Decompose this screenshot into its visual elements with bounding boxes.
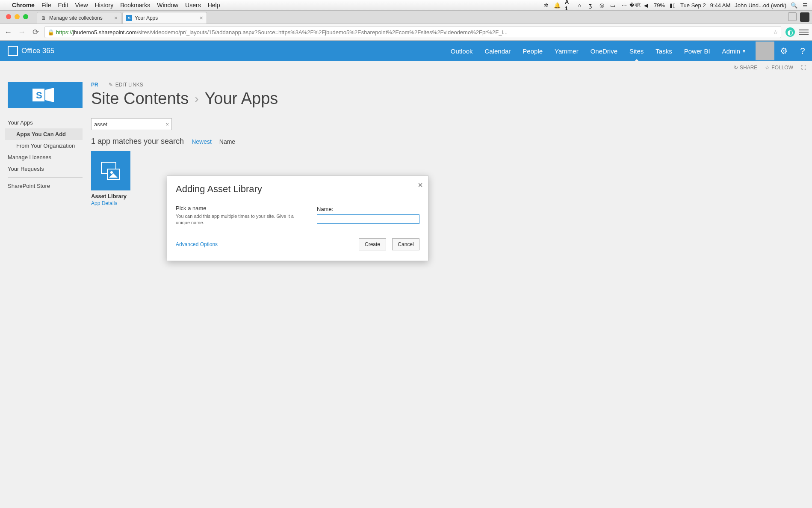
office-brand-text: Office 365 (21, 47, 54, 55)
user-avatar[interactable] (756, 42, 774, 60)
chevron-right-icon: › (195, 92, 198, 106)
spotlight-icon[interactable]: 🔍 (791, 2, 797, 9)
app-search-box[interactable]: asset × (91, 118, 172, 130)
tab-close-icon[interactable]: × (114, 15, 118, 21)
suite-nav-admin[interactable]: Admin▼ (716, 41, 752, 61)
url-host: jbudemo5.sharepoint.com (73, 29, 137, 36)
settings-gear-icon[interactable]: ⚙ (774, 41, 793, 61)
mac-menu-history[interactable]: History (95, 2, 114, 9)
create-button[interactable]: Create (359, 238, 386, 250)
home-icon[interactable]: ⌂ (576, 2, 583, 9)
suite-nav-calendar[interactable]: Calendar (478, 41, 517, 61)
address-bar[interactable]: 🔒 https://jbudemo5.sharepoint.com/sites/… (44, 26, 781, 38)
suite-nav-sites[interactable]: Sites (623, 41, 650, 61)
reload-button[interactable]: ⟳ (31, 27, 40, 37)
tab-title: Manage site collections (49, 15, 103, 21)
battery-percent[interactable]: 79% (654, 2, 665, 9)
app-details-link[interactable]: App Details (91, 200, 130, 206)
browser-tab-manage-collections[interactable]: 🗎 Manage site collections × (37, 12, 121, 24)
ql-your-requests[interactable]: Your Requests (8, 163, 83, 175)
dialog-close-icon[interactable]: × (418, 180, 423, 190)
back-button[interactable]: ← (3, 27, 13, 37)
menubar-time[interactable]: 9:44 AM (710, 2, 731, 9)
menubar-list-icon[interactable]: ☰ (802, 2, 809, 9)
chrome-menu-button[interactable] (799, 27, 809, 37)
window-zoom-button[interactable] (23, 14, 28, 19)
focus-button[interactable]: ⛶ (801, 65, 806, 71)
window-minimize-button[interactable] (15, 14, 20, 19)
office365-logo[interactable]: Office 365 (0, 46, 62, 56)
profile-avatar-icon[interactable] (800, 12, 809, 22)
mac-app-name[interactable]: Chrome (12, 2, 35, 9)
suite-nav-powerbi[interactable]: Power BI (678, 41, 716, 61)
mac-menu-file[interactable]: File (41, 2, 51, 9)
filter-newest[interactable]: Newest (192, 138, 212, 145)
evernote-icon[interactable]: ʒ (587, 2, 594, 9)
name-input[interactable] (317, 214, 419, 224)
ql-from-your-org[interactable]: From Your Organization (8, 140, 83, 152)
mac-menu-bookmarks[interactable]: Bookmarks (120, 2, 150, 9)
app-tile-name: Asset Library (91, 193, 130, 199)
mac-menu-users[interactable]: Users (185, 2, 201, 9)
follow-button[interactable]: ☆FOLLOW (765, 65, 793, 71)
mac-menu-view[interactable]: View (75, 2, 88, 9)
svg-point-4 (110, 171, 113, 174)
bookmark-star-icon[interactable]: ☆ (773, 29, 778, 36)
quick-launch: Your Apps Apps You Can Add From Your Org… (8, 117, 83, 192)
fullscreen-icon[interactable] (788, 12, 797, 21)
ql-your-apps[interactable]: Your Apps (8, 117, 83, 128)
wifi-icon[interactable]: �বাই (632, 2, 638, 9)
dialog-pick-label: Pick a name (176, 205, 300, 211)
suite-nav-outlook[interactable]: Outlook (445, 41, 479, 61)
share-button[interactable]: ↻SHARE (734, 65, 757, 71)
dialog-hint: You can add this app multiple times to y… (176, 213, 300, 226)
chrome-toolbar: ← → ⟳ 🔒 https://jbudemo5.sharepoint.com/… (0, 24, 812, 41)
volume-icon[interactable]: ◀ (643, 2, 650, 9)
chrome-tab-strip: 🗎 Manage site collections × S Your Apps … (0, 11, 812, 24)
tab-favicon-icon: 🗎 (41, 15, 47, 21)
mac-menu-edit[interactable]: Edit (58, 2, 68, 9)
suite-nav-people[interactable]: People (517, 41, 549, 61)
site-logo[interactable]: S (8, 82, 83, 108)
suite-bar: Office 365 Outlook Calendar People Yamme… (0, 41, 812, 61)
ql-manage-licenses[interactable]: Manage Licenses (8, 152, 83, 163)
app-tile-asset-library[interactable]: Asset Library App Details (91, 151, 130, 206)
sync-icon[interactable]: ◎ (598, 2, 605, 9)
share-icon: ↻ (734, 65, 738, 71)
tab-title: Your Apps (135, 15, 158, 21)
edit-links-button[interactable]: ✎EDIT LINKS (109, 82, 143, 88)
window-close-button[interactable] (6, 14, 11, 19)
battery-icon[interactable]: ▮▯ (669, 2, 676, 9)
menubar-user[interactable]: John Und...od (work) (735, 2, 786, 9)
ql-apps-you-can-add[interactable]: Apps You Can Add (5, 128, 83, 140)
menubar-extra-icon[interactable]: ✲ (543, 2, 549, 9)
ql-sharepoint-store[interactable]: SharePoint Store (8, 180, 83, 192)
mac-menu-window[interactable]: Window (157, 2, 178, 9)
forward-button[interactable]: → (17, 27, 27, 37)
lock-icon: 🔒 (47, 29, 54, 36)
display-icon[interactable]: ▭ (609, 2, 616, 9)
suite-nav-yammer[interactable]: Yammer (549, 41, 585, 61)
menubar-date[interactable]: Tue Sep 2 (680, 2, 706, 9)
extension-icon[interactable]: ◐ (785, 27, 795, 37)
star-icon: ☆ (765, 65, 770, 71)
help-icon[interactable]: ? (793, 41, 812, 61)
focus-icon: ⛶ (801, 65, 806, 71)
bluetooth-icon[interactable]: ⋯ (620, 2, 627, 9)
advanced-options-link[interactable]: Advanced Options (176, 241, 218, 247)
mac-menu-help[interactable]: Help (208, 2, 220, 9)
tab-close-icon[interactable]: × (200, 15, 203, 21)
dialog-title: Adding Asset Library (176, 184, 419, 195)
breadcrumb-site[interactable]: PR (91, 82, 98, 88)
sharepoint-logo-icon: S (32, 86, 58, 104)
adobe-icon[interactable]: A 1 (565, 2, 572, 9)
notification-icon[interactable]: 🔔 (554, 2, 561, 9)
suite-nav-tasks[interactable]: Tasks (650, 41, 678, 61)
filter-name[interactable]: Name (219, 138, 235, 145)
suite-nav-onedrive[interactable]: OneDrive (585, 41, 623, 61)
cancel-button[interactable]: Cancel (392, 238, 419, 250)
search-clear-icon[interactable]: × (165, 121, 169, 128)
asset-library-icon (91, 151, 130, 190)
browser-tab-your-apps[interactable]: S Your Apps × (122, 12, 207, 24)
search-value: asset (94, 121, 107, 128)
